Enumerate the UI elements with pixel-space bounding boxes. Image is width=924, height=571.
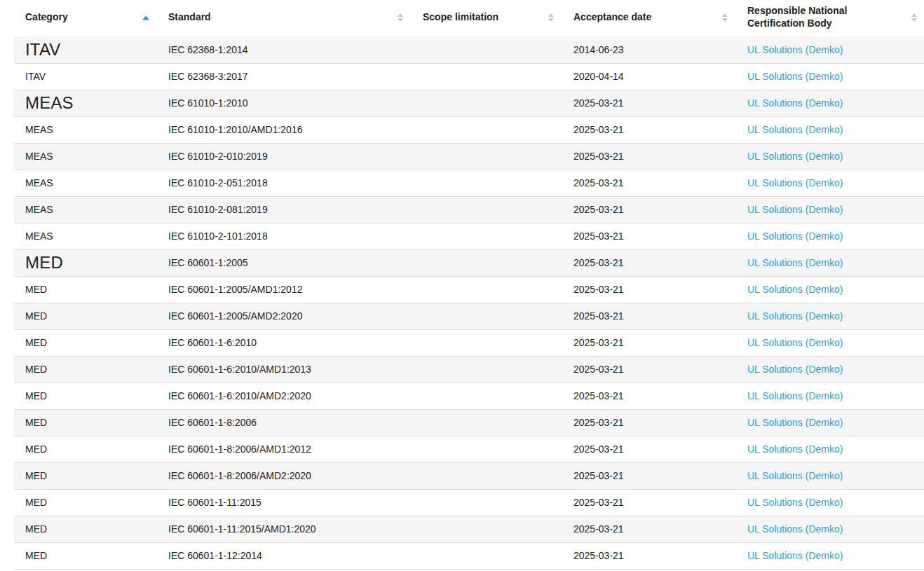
certification-body-link[interactable]: UL Solutions (Demko): [747, 443, 843, 455]
acceptance-date-label: 2025-03-21: [573, 231, 624, 242]
standard-cell: IEC 60601-1-11:2015: [156, 489, 410, 516]
acceptance-date-cell: 2025-03-21: [561, 409, 735, 436]
category-cell: MED: [14, 489, 156, 516]
standard-cell: IEC 60601-1-12:2014: [156, 542, 410, 569]
certification-body-link[interactable]: UL Solutions (Demko): [747, 390, 843, 401]
certification-body-link[interactable]: UL Solutions (Demko): [747, 231, 843, 242]
certification-body-link[interactable]: UL Solutions (Demko): [747, 523, 843, 535]
standard-cell: IEC 60601-1-6:2010/AMD2:2020: [156, 383, 410, 409]
certification-body-cell: UL Solutions (Demko): [735, 63, 924, 90]
category-label: MED: [25, 550, 47, 561]
scope-limitation-cell: [410, 489, 561, 516]
column-header-standard[interactable]: Standard: [156, 0, 410, 36]
acceptance-date-label: 2025-03-21: [573, 523, 624, 535]
certification-body-cell: UL Solutions (Demko): [735, 462, 924, 489]
certification-body-link[interactable]: UL Solutions (Demko): [747, 337, 843, 348]
certification-body-cell: UL Solutions (Demko): [735, 170, 924, 196]
column-header-acceptance-date[interactable]: Acceptance date: [561, 0, 735, 36]
certification-body-link[interactable]: UL Solutions (Demko): [747, 257, 843, 268]
standard-label: IEC 61010-2-101:2018: [168, 231, 268, 242]
category-cell: MEAS: [14, 223, 156, 249]
column-header-category[interactable]: Category: [14, 0, 156, 36]
certification-body-cell: UL Solutions (Demko): [735, 276, 924, 303]
sort-icon[interactable]: [548, 13, 555, 22]
category-label: MED: [25, 253, 63, 272]
certification-body-link[interactable]: UL Solutions (Demko): [747, 470, 843, 481]
certification-body-link[interactable]: UL Solutions (Demko): [747, 497, 843, 508]
certification-body-cell: UL Solutions (Demko): [735, 409, 924, 436]
acceptance-date-cell: 2025-03-21: [561, 143, 735, 170]
certification-body-link[interactable]: UL Solutions (Demko): [747, 151, 843, 162]
standard-cell: IEC 60601-1-8:2006/AMD2:2020: [156, 462, 410, 489]
column-header-certification-body[interactable]: Responsible National Certification Body: [735, 0, 924, 36]
table-row: MEAS IEC 61010-1:2010 2025-03-21 UL Solu…: [14, 90, 924, 116]
certification-body-link[interactable]: UL Solutions (Demko): [747, 97, 843, 109]
category-label: MED: [25, 443, 47, 455]
acceptance-date-label: 2025-03-21: [573, 390, 624, 401]
category-cell: ITAV: [14, 63, 156, 90]
scope-limitation-cell: [410, 409, 561, 436]
standard-cell: IEC 62368-3:2017: [156, 63, 410, 90]
standard-cell: IEC 61010-1:2010/AMD1:2016: [156, 116, 410, 143]
standard-cell: IEC 61010-2-010:2019: [156, 143, 410, 170]
table-body: ITAV IEC 62368-1:2014 2014-06-23 UL Solu…: [14, 36, 924, 569]
category-cell: MEAS: [14, 170, 156, 196]
sort-icon[interactable]: [911, 13, 918, 22]
acceptance-date-label: 2025-03-21: [573, 284, 624, 295]
acceptance-date-label: 2025-03-21: [573, 443, 624, 455]
scope-limitation-cell: [410, 383, 561, 409]
certification-body-cell: UL Solutions (Demko): [735, 223, 924, 249]
certification-body-link[interactable]: UL Solutions (Demko): [747, 204, 843, 215]
category-cell: MEAS: [14, 196, 156, 223]
table-row: MED IEC 60601-1:2005/AMD2:2020 2025-03-2…: [14, 303, 924, 329]
table-row: MEAS IEC 61010-1:2010/AMD1:2016 2025-03-…: [14, 116, 924, 143]
certification-body-cell: UL Solutions (Demko): [735, 516, 924, 542]
scope-limitation-cell: [410, 63, 561, 90]
scope-limitation-cell: [410, 356, 561, 383]
standard-cell: IEC 60601-1-6:2010: [156, 329, 410, 356]
acceptance-date-label: 2020-04-14: [573, 71, 624, 82]
table-header: Category Standard Scope limitation Accep…: [14, 0, 924, 36]
table-row: MEAS IEC 61010-2-101:2018 2025-03-21 UL …: [14, 223, 924, 249]
acceptance-date-cell: 2025-03-21: [561, 303, 735, 329]
column-header-scope-limitation[interactable]: Scope limitation: [410, 0, 561, 36]
category-label: MED: [25, 337, 47, 348]
certification-body-link[interactable]: UL Solutions (Demko): [747, 310, 843, 322]
standard-label: IEC 60601-1-11:2015/AMD1:2020: [168, 523, 316, 535]
certification-body-cell: UL Solutions (Demko): [735, 196, 924, 223]
category-label: MED: [25, 470, 47, 481]
scope-limitation-cell: [410, 542, 561, 569]
standard-label: IEC 61010-2-081:2019: [168, 204, 268, 215]
table-header-row: Category Standard Scope limitation Accep…: [14, 0, 924, 36]
standard-label: IEC 60601-1-8:2006: [168, 417, 257, 428]
scope-limitation-cell: [410, 516, 561, 542]
sort-icon[interactable]: [721, 13, 728, 22]
certification-body-link[interactable]: UL Solutions (Demko): [747, 44, 843, 55]
certification-body-link[interactable]: UL Solutions (Demko): [747, 417, 843, 428]
certification-body-link[interactable]: UL Solutions (Demko): [747, 71, 843, 82]
certification-body-link[interactable]: UL Solutions (Demko): [747, 550, 843, 561]
acceptance-date-cell: 2025-03-21: [561, 436, 735, 462]
sort-icon[interactable]: [397, 13, 404, 22]
column-header-acceptance-date-label: Acceptance date: [573, 11, 651, 22]
category-label: MED: [25, 523, 47, 535]
sort-ascending-icon[interactable]: [142, 16, 149, 20]
category-cell: MED: [14, 329, 156, 356]
acceptance-date-cell: 2025-03-21: [561, 462, 735, 489]
category-cell: MED: [14, 462, 156, 489]
acceptance-date-cell: 2025-03-21: [561, 516, 735, 542]
certification-body-link[interactable]: UL Solutions (Demko): [747, 284, 843, 295]
standard-cell: IEC 61010-1:2010: [156, 90, 410, 116]
scope-limitation-cell: [410, 276, 561, 303]
scope-limitation-cell: [410, 36, 561, 63]
scope-limitation-cell: [410, 329, 561, 356]
acceptance-date-cell: 2025-03-21: [561, 356, 735, 383]
standard-label: IEC 60601-1-12:2014: [168, 550, 262, 561]
certification-body-link[interactable]: UL Solutions (Demko): [747, 124, 843, 135]
certification-body-link[interactable]: UL Solutions (Demko): [747, 364, 843, 375]
column-header-certification-body-label: Responsible National Certification Body: [747, 5, 847, 29]
certification-body-link[interactable]: UL Solutions (Demko): [747, 177, 843, 188]
table-row: MED IEC 60601-1:2005/AMD1:2012 2025-03-2…: [14, 276, 924, 303]
certification-body-cell: UL Solutions (Demko): [735, 90, 924, 116]
category-cell: MED: [14, 383, 156, 409]
